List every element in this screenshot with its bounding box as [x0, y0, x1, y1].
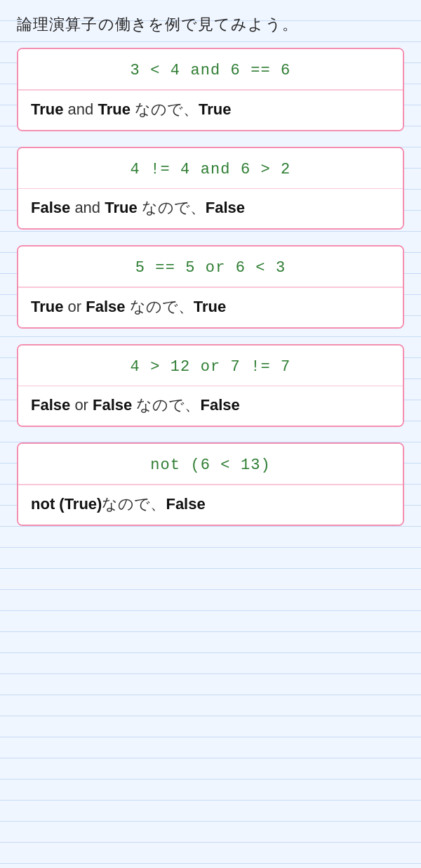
result-text-1-1: and: [63, 100, 98, 118]
example-card-5: not (6 < 13)not (True)なので、False: [17, 442, 404, 526]
code-line-5: not (6 < 13): [18, 444, 403, 484]
result-bold-4-0: False: [31, 396, 70, 414]
examples-container: 3 < 4 and 6 == 6True and True なので、True4 …: [17, 48, 404, 526]
result-text-4-1: or: [70, 396, 93, 414]
page-title: 論理演算子の働きを例で見てみよう。: [17, 14, 404, 35]
result-bold-5-2: False: [166, 495, 205, 513]
result-bold-3-2: False: [86, 298, 125, 315]
result-text-1-3: なので、: [131, 100, 199, 118]
result-line-5: not (True)なので、False: [18, 485, 403, 525]
divider-2: [18, 188, 403, 190]
result-text-3-1: or: [63, 298, 86, 315]
divider-1: [18, 89, 403, 91]
divider-5: [18, 484, 403, 485]
result-bold-2-2: True: [105, 199, 137, 216]
code-line-3: 5 == 5 or 6 < 3: [18, 246, 403, 287]
result-line-2: False and True なので、False: [18, 189, 403, 228]
result-bold-4-4: False: [200, 396, 239, 414]
result-bold-1-4: True: [199, 100, 231, 118]
code-line-2: 4 != 4 and 6 > 2: [18, 148, 403, 188]
code-line-1: 3 < 4 and 6 == 6: [18, 49, 403, 89]
code-line-4: 4 > 12 or 7 != 7: [18, 346, 403, 386]
example-card-3: 5 == 5 or 6 < 3True or False なので、True: [17, 245, 404, 329]
result-bold-1-0: True: [31, 100, 63, 118]
result-line-4: False or False なので、False: [18, 386, 403, 426]
result-text-4-3: なので、: [132, 396, 200, 414]
example-card-1: 3 < 4 and 6 == 6True and True なので、True: [17, 48, 404, 131]
result-bold-2-0: False: [31, 199, 70, 216]
main-content: 論理演算子の働きを例で見てみよう。 3 < 4 and 6 == 6True a…: [17, 14, 404, 526]
result-bold-1-2: True: [98, 100, 130, 118]
result-bold-3-0: True: [31, 298, 63, 315]
result-line-1: True and True なので、True: [18, 91, 403, 130]
result-text-2-1: and: [70, 199, 105, 216]
example-card-2: 4 != 4 and 6 > 2False and True なので、False: [17, 147, 404, 230]
divider-3: [18, 287, 403, 288]
result-bold-4-2: False: [93, 396, 132, 414]
example-card-4: 4 > 12 or 7 != 7False or False なので、False: [17, 344, 404, 428]
result-line-3: True or False なので、True: [18, 288, 403, 327]
result-bold-3-4: True: [194, 298, 226, 315]
result-text-5-1: なので、: [102, 495, 166, 513]
divider-4: [18, 386, 403, 387]
result-bold-5-0: not (True): [31, 495, 102, 513]
result-bold-2-4: False: [206, 199, 245, 216]
result-text-3-3: なので、: [126, 298, 194, 315]
result-text-2-3: なので、: [138, 199, 206, 216]
